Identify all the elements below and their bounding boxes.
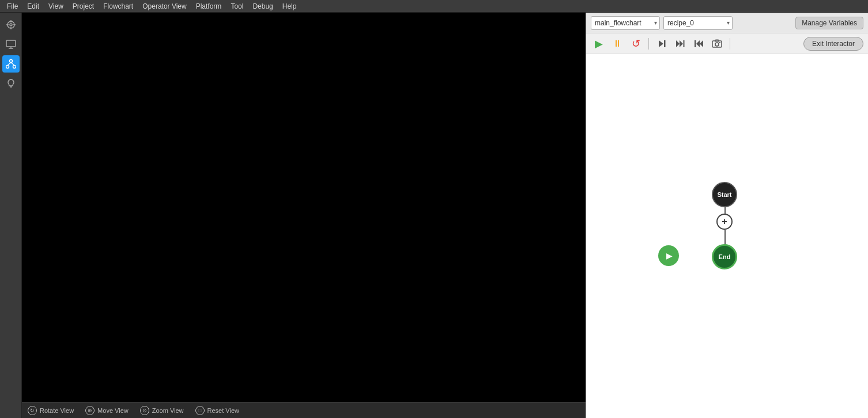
flowchart-play-icon: ▶ bbox=[666, 251, 673, 260]
menu-file[interactable]: File bbox=[2, 1, 22, 12]
right-controls-bar: ▶ ⏸ ↺ bbox=[586, 33, 868, 54]
svg-marker-20 bbox=[696, 40, 700, 47]
move-view-btn[interactable]: ⊕ Move View bbox=[85, 406, 129, 415]
crosshair-icon[interactable] bbox=[2, 16, 20, 33]
svg-rect-18 bbox=[684, 40, 685, 47]
svg-point-10 bbox=[6, 66, 9, 69]
connector-start-add bbox=[724, 206, 726, 214]
recipe-select[interactable]: recipe_0 bbox=[663, 16, 733, 30]
svg-marker-17 bbox=[680, 40, 683, 47]
monitor-icon[interactable] bbox=[2, 36, 20, 53]
ctrl-separator-1 bbox=[648, 38, 649, 50]
ctrl-separator-2 bbox=[730, 38, 730, 50]
manage-variables-button[interactable]: Manage Variables bbox=[795, 17, 863, 29]
viewport-bottom-bar: ↻ Rotate View ⊕ Move View ⊙ Zoom View □ … bbox=[22, 402, 586, 418]
svg-line-13 bbox=[11, 63, 14, 66]
reset-view-label: Reset View bbox=[207, 407, 239, 414]
menu-debug[interactable]: Debug bbox=[248, 1, 277, 12]
svg-rect-25 bbox=[719, 42, 720, 43]
rotate-view-label: Rotate View bbox=[40, 407, 74, 414]
viewport: ↻ Rotate View ⊕ Move View ⊙ Zoom View □ … bbox=[22, 13, 586, 418]
exit-interactor-button[interactable]: Exit Interactor bbox=[803, 37, 863, 51]
add-node[interactable]: + bbox=[716, 214, 733, 230]
rotate-icon: ↻ bbox=[28, 406, 37, 415]
zoom-icon: ⊙ bbox=[140, 406, 149, 415]
start-node[interactable]: Start bbox=[712, 182, 737, 207]
zoom-view-label: Zoom View bbox=[152, 407, 184, 414]
menu-help[interactable]: Help bbox=[278, 1, 301, 12]
right-panel: main_flowchart recipe_0 Manage Variables… bbox=[586, 13, 868, 418]
main-layout: ↻ Rotate View ⊕ Move View ⊙ Zoom View □ … bbox=[0, 13, 868, 418]
end-node[interactable]: End bbox=[712, 244, 737, 269]
menu-bar: File Edit View Project Flowchart Operato… bbox=[0, 0, 868, 13]
flowchart-select-wrapper: main_flowchart bbox=[591, 16, 660, 30]
svg-point-24 bbox=[715, 43, 719, 46]
rotate-view-btn[interactable]: ↻ Rotate View bbox=[28, 406, 74, 415]
left-sidebar bbox=[0, 13, 22, 418]
refresh-button[interactable]: ↺ bbox=[628, 36, 644, 52]
svg-marker-16 bbox=[676, 40, 680, 47]
menu-flowchart[interactable]: Flowchart bbox=[99, 1, 138, 12]
svg-rect-15 bbox=[664, 40, 666, 47]
flowchart-select[interactable]: main_flowchart bbox=[591, 16, 660, 30]
reset-view-btn[interactable]: □ Reset View bbox=[195, 406, 239, 415]
bulb-icon[interactable] bbox=[2, 75, 20, 92]
step-next-button[interactable] bbox=[654, 36, 670, 52]
play-button[interactable]: ▶ bbox=[591, 36, 607, 52]
svg-rect-6 bbox=[6, 40, 16, 47]
svg-marker-21 bbox=[700, 40, 703, 47]
menu-project[interactable]: Project bbox=[68, 1, 99, 12]
menu-edit[interactable]: Edit bbox=[22, 1, 44, 12]
menu-tool[interactable]: Tool bbox=[226, 1, 248, 12]
reset-icon: □ bbox=[195, 406, 205, 415]
menu-view[interactable]: View bbox=[44, 1, 68, 12]
step-skip-button[interactable] bbox=[672, 36, 688, 52]
svg-marker-14 bbox=[659, 40, 663, 47]
svg-rect-19 bbox=[695, 40, 696, 47]
move-view-label: Move View bbox=[97, 407, 129, 414]
menu-operator-view[interactable]: Operator View bbox=[138, 1, 191, 12]
move-icon: ⊕ bbox=[85, 406, 95, 415]
zoom-view-btn[interactable]: ⊙ Zoom View bbox=[140, 406, 184, 415]
svg-point-1 bbox=[10, 24, 12, 26]
step-back-button[interactable] bbox=[690, 36, 707, 52]
recipe-select-wrapper: recipe_0 bbox=[663, 16, 733, 30]
snapshot-button[interactable] bbox=[709, 36, 725, 52]
svg-point-9 bbox=[9, 60, 12, 63]
flowchart-play-button[interactable]: ▶ bbox=[658, 245, 679, 266]
svg-line-12 bbox=[7, 63, 11, 66]
pause-button[interactable]: ⏸ bbox=[609, 36, 625, 52]
connector-add-end bbox=[724, 230, 726, 245]
network-icon[interactable] bbox=[2, 55, 20, 73]
svg-point-11 bbox=[13, 66, 16, 69]
menu-platform[interactable]: Platform bbox=[191, 1, 227, 12]
flowchart-canvas: + Start End ▶ bbox=[586, 54, 868, 418]
right-top-toolbar: main_flowchart recipe_0 Manage Variables bbox=[586, 13, 868, 33]
